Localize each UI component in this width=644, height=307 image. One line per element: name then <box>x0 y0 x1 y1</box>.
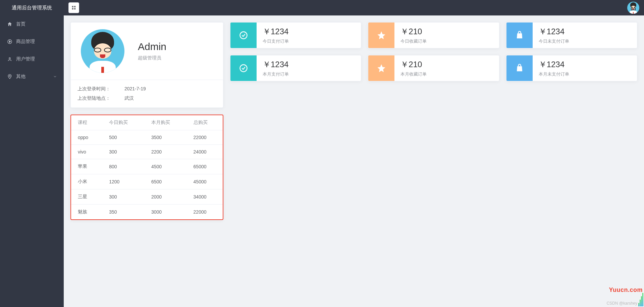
table-cell: 小米 <box>71 174 102 189</box>
table-header: 课程 <box>71 115 102 130</box>
sidebar-item-home[interactable]: 首页 <box>0 15 64 33</box>
info-value: 2021-7-19 <box>124 86 146 92</box>
table-cell: 3000 <box>145 205 187 220</box>
svg-rect-5 <box>72 8 73 9</box>
table-row: 魅族350300022000 <box>71 205 223 220</box>
stat-label: 本月未支付订单 <box>539 71 569 77</box>
table-cell: 苹果 <box>71 159 102 174</box>
sidebar-item-label: 商品管理 <box>16 39 35 45</box>
location-icon <box>7 74 13 79</box>
bag-icon <box>506 55 533 81</box>
info-value: 武汉 <box>124 95 134 101</box>
table-cell: 350 <box>102 205 145 220</box>
table-header: 本月购买 <box>145 115 187 130</box>
table-cell: 65000 <box>187 159 223 174</box>
table-cell: 2200 <box>145 145 187 159</box>
stat-value: ￥1234 <box>539 26 569 37</box>
sidebar-item-other[interactable]: 其他 <box>0 68 64 85</box>
stats-grid: ￥1234今日支付订单￥210今日收藏订单￥1234今日未支付订单￥1234本月… <box>230 22 637 81</box>
svg-point-8 <box>240 65 247 72</box>
info-row: 上次登陆地点： 武汉 <box>77 95 216 101</box>
sidebar-item-label: 首页 <box>16 21 25 27</box>
svg-rect-4 <box>74 6 75 7</box>
table-cell: 24000 <box>187 145 223 159</box>
sidebar-item-label: 用户管理 <box>16 56 35 62</box>
info-row: 上次登录时间： 2021-7-19 <box>77 86 216 92</box>
stat-label: 今日未支付订单 <box>539 38 569 44</box>
purchase-table: 课程今日购买本月购买总购买 oppo500350022000vivo300220… <box>71 115 223 219</box>
sidebar-item-label: 其他 <box>16 74 25 80</box>
check-circle-icon <box>230 23 257 48</box>
table-row: 苹果800450065000 <box>71 159 223 174</box>
stat-value: ￥1234 <box>539 59 569 70</box>
check-circle-icon <box>230 55 257 81</box>
stat-card: ￥210今日收藏订单 <box>368 22 499 48</box>
stat-value: ￥210 <box>400 26 427 37</box>
table-row: oppo500350022000 <box>71 130 223 145</box>
table-cell: 300 <box>102 189 145 205</box>
table-cell: oppo <box>71 130 102 145</box>
stat-card: ￥210本月收藏订单 <box>368 55 499 81</box>
info-label: 上次登陆地点： <box>77 95 124 101</box>
sidebar-title: 通用后台管理系统 <box>0 0 64 15</box>
star-icon <box>368 23 394 48</box>
sidebar: 通用后台管理系统 首页 商品管理 用户管理 其他 <box>0 0 64 307</box>
watermark-csdn: CSDN @karshey <box>606 301 637 306</box>
svg-rect-6 <box>74 8 75 9</box>
table-row: 三星300200034000 <box>71 189 223 205</box>
decorative-bars <box>638 292 644 307</box>
star-icon <box>368 55 394 81</box>
table-cell: 三星 <box>71 189 102 205</box>
avatar <box>81 29 124 73</box>
table-cell: 1200 <box>102 174 145 189</box>
sidebar-item-users[interactable]: 用户管理 <box>0 50 64 68</box>
chevron-down-icon <box>53 75 57 79</box>
play-circle-icon <box>7 39 13 44</box>
table-cell: 45000 <box>187 174 223 189</box>
table-row: 小米1200650045000 <box>71 174 223 189</box>
table-row: vivo300220024000 <box>71 145 223 159</box>
table-cell: 22000 <box>187 130 223 145</box>
table-header: 总购买 <box>187 115 223 130</box>
svg-point-1 <box>9 57 10 59</box>
stat-card: ￥1234本月支付订单 <box>230 55 361 81</box>
stat-card: ￥1234本月未支付订单 <box>506 55 637 81</box>
stat-value: ￥1234 <box>263 26 289 37</box>
user-avatar-button[interactable] <box>627 2 639 14</box>
table-cell: 22000 <box>187 205 223 220</box>
svg-rect-3 <box>72 6 73 7</box>
table-cell: 4500 <box>145 159 187 174</box>
sidebar-item-products[interactable]: 商品管理 <box>0 33 64 50</box>
avatar-icon <box>81 29 124 73</box>
svg-point-7 <box>240 32 247 39</box>
stat-label: 今日收藏订单 <box>400 38 427 44</box>
toggle-sidebar-button[interactable] <box>68 2 79 13</box>
table-cell: 魅族 <box>71 205 102 220</box>
svg-point-2 <box>9 75 10 76</box>
info-label: 上次登录时间： <box>77 86 124 92</box>
stat-label: 今日支付订单 <box>263 38 289 44</box>
table-cell: 2000 <box>145 189 187 205</box>
stat-card: ￥1234今日未支付订单 <box>506 22 637 48</box>
stat-value: ￥210 <box>400 59 427 70</box>
user-role: 超级管理员 <box>138 55 166 61</box>
stat-label: 本月支付订单 <box>263 71 289 77</box>
user-card: Admin 超级管理员 上次登录时间： 2021-7-19 上次登陆地点： 武汉 <box>70 22 223 108</box>
table-cell: 6500 <box>145 174 187 189</box>
table-cell: 3500 <box>145 130 187 145</box>
grid-icon <box>71 5 76 10</box>
table-cell: 300 <box>102 145 145 159</box>
table-cell: 500 <box>102 130 145 145</box>
table-cell: 800 <box>102 159 145 174</box>
user-name: Admin <box>138 41 166 52</box>
purchase-table-card: 课程今日购买本月购买总购买 oppo500350022000vivo300220… <box>70 115 223 220</box>
avatar-icon <box>627 2 639 14</box>
home-icon <box>7 21 13 27</box>
header <box>64 0 644 15</box>
table-cell: vivo <box>71 145 102 159</box>
stat-label: 本月收藏订单 <box>400 71 427 77</box>
bag-icon <box>506 23 533 48</box>
user-icon <box>7 56 13 62</box>
stat-value: ￥1234 <box>263 59 289 70</box>
table-header: 今日购买 <box>102 115 145 130</box>
